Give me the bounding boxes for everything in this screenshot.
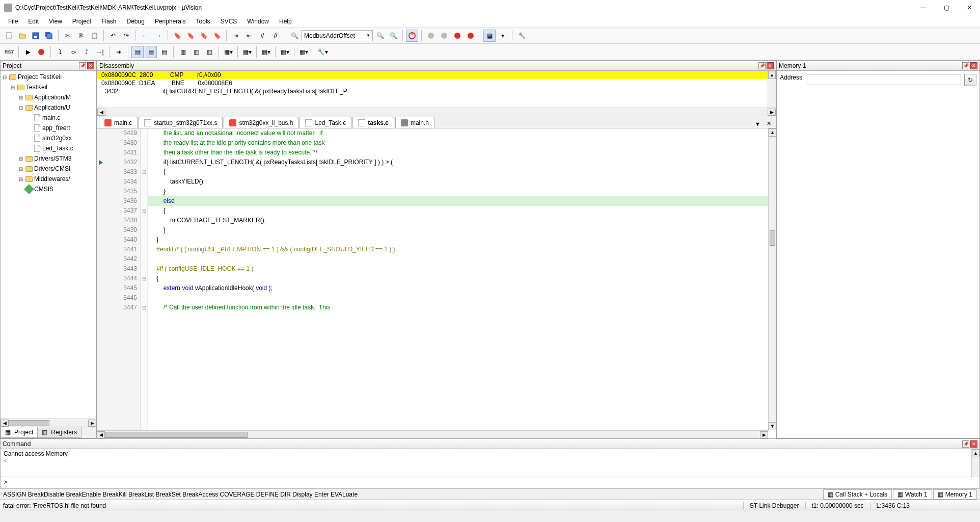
toolbox-button[interactable]: 🔧▾ [316,46,329,58]
cut-button[interactable]: ✂ [62,30,74,42]
disasm-line[interactable]: 3432: if( listCURRENT_LIST_LENGTH( &( px… [97,87,776,95]
project-hscroll[interactable]: ◀ ▶ [1,419,96,427]
tab-registers[interactable]: ▥Registers [37,427,81,438]
outdent-button[interactable]: ⇤ [243,30,255,42]
memory-window-button[interactable]: ▦▾ [222,46,234,58]
footer-tab[interactable]: ▦Call Stack + Locals [823,489,892,500]
code-line[interactable]: { [148,206,776,216]
scroll-left-button[interactable]: ◀ [1,420,9,427]
panel-pin-button[interactable]: 📌 [79,62,86,69]
tab-project[interactable]: ▦Project [1,427,38,438]
memory-refresh-button[interactable]: ↻ [964,74,976,86]
menu-tools[interactable]: Tools [191,16,215,27]
command-close-button[interactable]: ✕ [970,440,977,448]
tree-item[interactable]: Led_Task.c [2,143,95,153]
code-line[interactable]: } [148,187,776,196]
bookmark-button[interactable]: 🔖 [171,30,183,42]
breakpoint-enable-button[interactable] [438,30,450,42]
scroll-up-button[interactable]: ▲ [769,128,776,137]
redo-button[interactable]: ↷ [120,30,132,42]
command-output[interactable]: Cannot access Memory < ▲ [1,449,979,477]
stop-button[interactable] [35,46,47,58]
editor-hscroll[interactable]: ◀ ▶ [97,430,768,438]
find-combo[interactable]: ModbusAddrOffset ▼ [302,30,373,41]
copy-button[interactable]: ⎘ [75,30,87,42]
run-button[interactable]: ▶ [22,46,34,58]
memory-close-button[interactable]: ✕ [970,62,977,69]
tree-item[interactable]: main.c [2,113,95,123]
disasm-vscroll[interactable]: ▲ [768,71,776,108]
find-in-files-button[interactable]: 🔍 [374,30,386,42]
tree-item[interactable]: stm32g0xx [2,133,95,143]
trace-window-button[interactable]: ▦▾ [279,46,291,58]
scroll-right-button[interactable]: ▶ [760,431,768,438]
code-line[interactable] [148,293,776,303]
code-line[interactable]: else [148,196,776,206]
tab-close-button[interactable]: ✕ [765,119,773,128]
code-line[interactable]: { [148,167,776,177]
code-line[interactable]: #if ( configUSE_IDLE_HOOK == 1 ) [148,264,776,274]
scroll-right-button[interactable]: ▶ [768,109,776,116]
watch-window-button[interactable]: ▥ [203,46,215,58]
code-line[interactable]: #endif /* ( ( configUSE_PREEMPTION == 1 … [148,245,776,254]
bookmark-clear-button[interactable]: 🔖 [211,30,223,42]
code-line[interactable]: } [148,235,776,245]
analysis-window-button[interactable]: ▦▾ [260,46,272,58]
show-next-statement-button[interactable]: ➜ [113,46,125,58]
step-into-button[interactable]: ⤵ [54,46,66,58]
code-line[interactable]: extern void vApplicationIdleHook( void )… [148,283,776,293]
panel-close-button[interactable]: ✕ [87,62,94,69]
save-all-button[interactable] [43,30,55,42]
tree-item[interactable]: ⊟Application/U [2,102,95,113]
system-viewer-button[interactable]: ▦▾ [297,46,310,58]
serial-window-button[interactable]: ▦▾ [241,46,253,58]
call-stack-window-button[interactable]: ▥ [190,46,202,58]
code-line[interactable]: the list, and an occasional incorrect va… [148,128,776,138]
minimize-button[interactable]: — [916,2,931,13]
disasm-line[interactable]: 0x0800090E D1EA BNE 0x080008E6 [97,79,776,87]
symbols-window-button[interactable]: ▤ [158,46,170,58]
incremental-find-button[interactable]: 🔍 [387,30,399,42]
scroll-left-button[interactable]: ◀ [97,431,105,438]
reset-button[interactable]: RST [3,46,15,58]
code-line[interactable] [148,254,776,264]
scroll-thumb[interactable] [770,230,775,246]
open-button[interactable] [16,30,29,42]
breakpoint-insert-button[interactable] [425,30,437,42]
footer-tab[interactable]: ▦Memory 1 [933,489,977,500]
command-window-button[interactable]: ▤ [131,46,144,58]
scroll-down-button[interactable]: ▼ [769,422,776,430]
code-line[interactable]: } [148,225,776,235]
command-vscroll[interactable]: ▲ [971,449,979,477]
step-over-button[interactable]: ⤼ [67,46,79,58]
code-line[interactable]: /* Call the user defined function from w… [148,303,776,312]
code-line[interactable]: taskYIELD(); [148,177,776,187]
menu-view[interactable]: View [44,16,67,27]
run-to-cursor-button[interactable]: →| [94,46,106,58]
code-editor[interactable]: 3429343034313432343334343435343634373438… [97,128,776,438]
uncomment-button[interactable]: // [269,30,282,42]
command-pin-button[interactable]: 📌 [962,440,969,448]
scroll-right-button[interactable]: ▶ [88,420,96,427]
project-tree[interactable]: ⊟Project: TestKeil⊟TestKeil⊞Application/… [1,71,96,419]
tree-item[interactable]: CMSIS [2,184,95,194]
save-button[interactable] [30,30,42,42]
address-input[interactable] [807,74,961,85]
tab-list-button[interactable]: ▼ [753,120,763,128]
registers-window-button[interactable]: ▥ [177,46,189,58]
window-layout-button[interactable]: ▦ [483,30,496,42]
code-line[interactable]: then a task other than the idle task is … [148,148,776,158]
editor-vscroll[interactable]: ▲ ▼ [768,128,776,430]
disassembly-body[interactable]: 0x0800090C 2800 CMP r0,#0x000x0800090E D… [97,71,776,108]
undo-button[interactable]: ↶ [107,30,119,42]
editor-tab[interactable]: main.c [99,117,138,128]
tree-item[interactable]: ⊟TestKeil [2,82,95,92]
memory-pin-button[interactable]: 📌 [962,62,969,69]
code-line[interactable]: { [148,274,776,283]
tree-item[interactable]: ⊞Application/M [2,92,95,102]
editor-tab[interactable]: Led_Task.c [300,117,351,128]
paste-button[interactable]: 📋 [88,30,100,42]
menu-peripherals[interactable]: Peripherals [150,16,191,27]
menu-flash[interactable]: Flash [96,16,121,27]
menu-svcs[interactable]: SVCS [215,16,242,27]
